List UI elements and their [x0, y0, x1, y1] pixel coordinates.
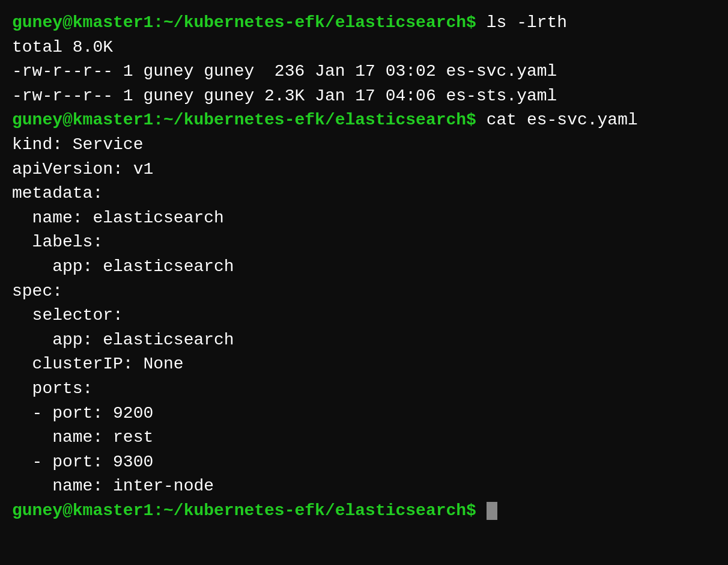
terminal-line: apiVersion: v1: [12, 157, 716, 182]
terminal-line: spec:: [12, 279, 716, 304]
output-text: spec:: [12, 282, 62, 301]
terminal-line: selector:: [12, 304, 716, 328]
prompt: guney@kmaster1:~/kubernetes-efk/elastics…: [12, 13, 476, 32]
terminal-line: -rw-r--r-- 1 guney guney 236 Jan 17 03:0…: [12, 60, 716, 84]
output-text: app: elasticsearch: [12, 331, 234, 349]
output-text: selector:: [12, 306, 123, 325]
output-text: app: elasticsearch: [12, 257, 234, 276]
terminal-line: name: inter-node: [12, 474, 716, 499]
command: ls -lrth: [476, 13, 567, 32]
terminal-line: app: elasticsearch: [12, 255, 716, 279]
terminal-line: - port: 9300: [12, 450, 716, 475]
output-text: kind: Service: [12, 135, 143, 154]
terminal-line: total 8.0K: [12, 35, 716, 60]
output-text: -rw-r--r-- 1 guney guney 2.3K Jan 17 04:…: [12, 87, 557, 105]
output-text: labels:: [12, 233, 103, 251]
terminal-line: metadata:: [12, 182, 716, 206]
output-text: -rw-r--r-- 1 guney guney 236 Jan 17 03:0…: [12, 62, 557, 81]
output-text: total 8.0K: [12, 38, 113, 56]
output-text: name: elasticsearch: [12, 209, 224, 227]
terminal-line: guney@kmaster1:~/kubernetes-efk/elastics…: [12, 499, 716, 524]
output-text: name: rest: [12, 428, 153, 447]
output-text: name: inter-node: [12, 477, 214, 495]
terminal[interactable]: guney@kmaster1:~/kubernetes-efk/elastics…: [12, 11, 716, 554]
terminal-line: guney@kmaster1:~/kubernetes-efk/elastics…: [12, 108, 716, 133]
terminal-line: ports:: [12, 377, 716, 402]
output-text: - port: 9300: [12, 453, 153, 471]
terminal-cursor: [487, 502, 497, 520]
output-text: apiVersion: v1: [12, 160, 153, 179]
terminal-line: guney@kmaster1:~/kubernetes-efk/elastics…: [12, 11, 716, 35]
output-text: - port: 9200: [12, 404, 153, 423]
terminal-line: name: rest: [12, 426, 716, 450]
terminal-line: - port: 9200: [12, 402, 716, 426]
prompt: guney@kmaster1:~/kubernetes-efk/elastics…: [12, 501, 476, 520]
command-text: [476, 501, 487, 520]
terminal-line: labels:: [12, 230, 716, 255]
terminal-line: name: elasticsearch: [12, 206, 716, 231]
terminal-line: clusterIP: None: [12, 352, 716, 377]
output-text: metadata:: [12, 184, 103, 203]
output-text: ports:: [12, 379, 93, 398]
terminal-line: kind: Service: [12, 133, 716, 157]
prompt: guney@kmaster1:~/kubernetes-efk/elastics…: [12, 111, 476, 129]
output-text: clusterIP: None: [12, 355, 184, 373]
terminal-line: app: elasticsearch: [12, 328, 716, 353]
terminal-line: -rw-r--r-- 1 guney guney 2.3K Jan 17 04:…: [12, 84, 716, 109]
command: cat es-svc.yaml: [476, 111, 638, 129]
